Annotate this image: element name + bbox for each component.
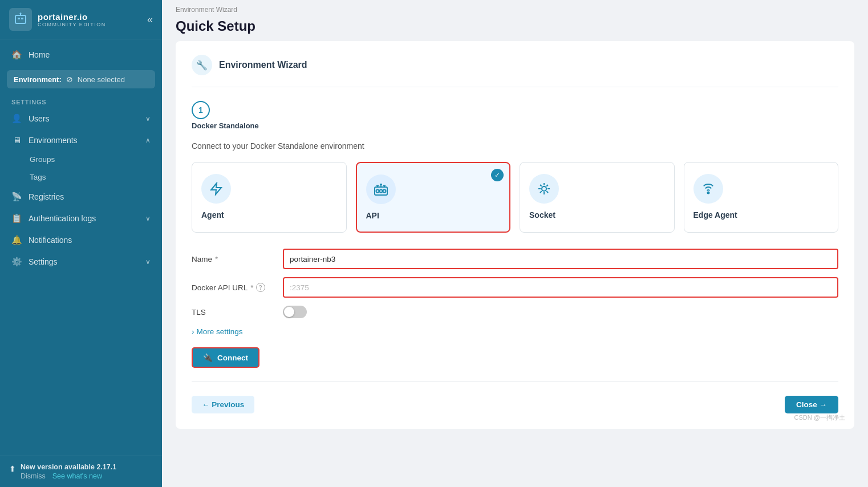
logo-area: portainer.io COMMUNITY EDITION [9,8,106,31]
name-row: Name* [192,249,838,269]
tls-toggle-wrap [283,306,307,318]
sidebar-nav: 🏠 Home Environment: ⊘ None selected Sett… [0,39,162,456]
version-actions: Dismiss See what's new [21,472,116,480]
notifications-icon: 🔔 [11,235,22,245]
settings-icon: ⚙️ [11,257,22,267]
agent-icon [201,174,231,204]
agent-label: Agent [201,210,224,220]
sidebar: portainer.io COMMUNITY EDITION « 🏠 Home … [0,0,162,487]
prev-label: ← Previous [202,400,244,409]
name-input[interactable] [283,249,838,269]
registries-icon: 📡 [11,192,22,202]
nav-buttons: ← Previous Close → [192,396,838,413]
form-section: Name* Docker API URL* ? TLS [192,249,838,318]
sidebar-item-registries[interactable]: 📡 Registries [0,186,162,208]
edge-agent-icon [693,174,723,204]
more-settings-label: More settings [197,327,243,336]
dismiss-link[interactable]: Dismiss [21,472,46,480]
tls-toggle[interactable] [283,306,307,318]
sidebar-item-settings[interactable]: ⚙️ Settings ∨ [0,251,162,273]
socket-icon [529,174,559,204]
sidebar-item-auth-logs[interactable]: 📋 Authentication logs ∨ [0,208,162,229]
docker-api-url-input[interactable] [283,277,838,298]
sidebar-item-home[interactable]: 🏠 Home [0,44,162,66]
env-selector-label: Environment: [14,75,62,84]
env-selector-value: None selected [78,75,125,84]
new-version-banner: ⬆ New version available 2.17.1 Dismiss S… [9,463,153,480]
more-settings-chevron-icon: › [192,327,194,336]
registries-label: Registries [29,192,64,201]
connect-description: Connect to your Docker Standalone enviro… [192,141,838,151]
socket-label: Socket [529,210,555,220]
version-info: New version available 2.17.1 Dismiss See… [21,463,116,480]
users-label: Users [29,114,50,123]
version-text: New version available 2.17.1 [21,463,116,471]
wizard-header-title: Environment Wizard [219,60,307,70]
env-card-edge-agent[interactable]: Edge Agent [684,162,839,233]
api-label: API [366,211,379,220]
sidebar-home-label: Home [29,50,50,59]
logo-title: portainer.io [38,12,106,22]
step-circle: 1 [192,101,210,119]
sidebar-collapse-button[interactable]: « [147,14,153,26]
env-card-socket[interactable]: Socket [520,162,675,233]
svg-rect-0 [15,15,26,23]
svg-point-15 [542,186,546,191]
close-button[interactable]: Close → [785,396,838,413]
step-indicator: 1 Docker Standalone [192,101,838,130]
main-content: Environment Wizard Quick Setup 🔧 Environ… [162,0,868,487]
env-none-icon: ⊘ [66,75,73,84]
auth-logs-chevron-icon: ∨ [145,214,151,222]
connect-label: Connect [217,354,248,362]
svg-rect-1 [18,18,20,19]
wizard-header: 🔧 Environment Wizard [192,55,838,87]
wizard-card: 🔧 Environment Wizard 1 Docker Standalone… [176,41,854,429]
api-icon [366,174,396,204]
tags-label: Tags [30,173,46,181]
auth-logs-label: Authentication logs [29,214,96,223]
environment-selector[interactable]: Environment: ⊘ None selected [7,70,155,88]
edge-agent-label: Edge Agent [693,210,737,220]
users-chevron-icon: ∨ [145,115,151,123]
sidebar-item-tags[interactable]: Tags [0,168,162,186]
env-type-cards: Agent ✓ [192,162,838,233]
whats-new-link[interactable]: See what's new [52,472,102,480]
api-check-badge: ✓ [491,169,504,181]
previous-button[interactable]: ← Previous [192,396,254,413]
settings-label-nav: Settings [29,257,58,266]
docker-url-label: Docker API URL* ? [192,283,283,292]
tls-label: TLS [192,308,283,316]
settings-chevron-icon: ∨ [145,258,151,266]
watermark: CSDN @一掏净土 [794,413,845,422]
auth-logs-icon: 📋 [11,213,22,224]
settings-group-label: Settings [0,93,162,108]
portainer-logo-icon [9,8,32,31]
sidebar-item-groups[interactable]: Groups [0,151,162,168]
logo-text: portainer.io COMMUNITY EDITION [38,12,106,27]
environments-icon: 🖥 [11,135,22,145]
content-area: 🔧 Environment Wizard 1 Docker Standalone… [162,41,868,487]
connect-plug-icon: 🔌 [203,353,213,362]
wizard-header-icon: 🔧 [192,55,212,75]
svg-point-6 [376,190,379,193]
groups-label: Groups [30,155,55,164]
name-field-label: Name* [192,255,283,263]
sidebar-item-notifications[interactable]: 🔔 Notifications [0,229,162,251]
env-card-api[interactable]: ✓ [356,162,511,233]
url-help-icon[interactable]: ? [256,283,265,292]
environments-label: Environments [29,136,78,145]
breadcrumb: Environment Wizard [162,0,868,16]
env-card-agent[interactable]: Agent [192,162,347,233]
step-label: Docker Standalone [192,121,259,130]
page-title: Quick Setup [162,16,868,41]
home-icon: 🏠 [11,50,22,60]
more-settings-toggle[interactable]: › More settings [192,327,838,336]
users-icon: 👤 [11,113,22,124]
svg-point-7 [379,190,382,193]
sidebar-item-users[interactable]: 👤 Users ∨ [0,108,162,129]
notifications-label: Notifications [29,236,72,245]
sidebar-item-environments[interactable]: 🖥 Environments ∧ [0,129,162,151]
sidebar-footer: ⬆ New version available 2.17.1 Dismiss S… [0,456,162,487]
svg-point-4 [20,13,22,14]
connect-button[interactable]: 🔌 Connect [192,347,259,368]
